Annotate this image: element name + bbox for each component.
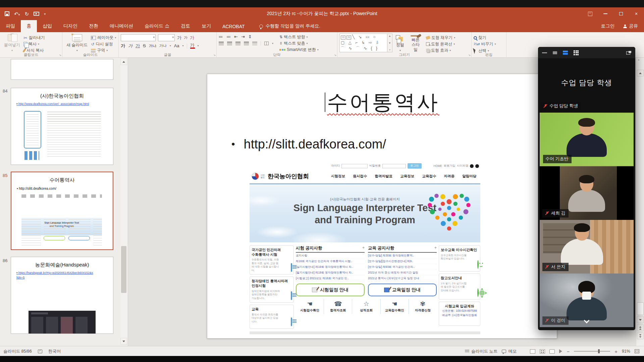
ribbon-display-options-button[interactable]: ⌃ bbox=[582, 7, 598, 20]
text-direction-button[interactable]: ⇅텍스트 방향▾ bbox=[279, 34, 319, 40]
thumbnail-scroll-up[interactable] bbox=[120, 58, 127, 65]
underline-icon[interactable]: 가 bbox=[136, 44, 140, 48]
change-case-icon[interactable]: Aa bbox=[174, 44, 179, 48]
shape-outline-button[interactable]: 도형 윤곽선▾ bbox=[426, 41, 455, 47]
normal-view-button[interactable] bbox=[530, 349, 535, 354]
font-dialog-launcher[interactable]: ⇘ bbox=[213, 54, 216, 57]
horizontal-textbox-icon[interactable]: 가 bbox=[341, 36, 345, 40]
language-indicator[interactable]: 한국어 bbox=[48, 349, 61, 354]
notes-toggle[interactable]: 슬라이드 노트 bbox=[465, 349, 497, 354]
thumbnail-scrollbar[interactable] bbox=[120, 58, 127, 345]
replace-button[interactable]: 가⇄바꾸기▾ bbox=[474, 41, 496, 47]
font-name-combo[interactable] bbox=[121, 34, 156, 41]
thumbnail-partial[interactable] bbox=[11, 59, 113, 80]
bold-icon[interactable]: 가 bbox=[121, 44, 125, 48]
tell-me-box[interactable]: 수행할 작업을 알려 주세요. bbox=[259, 23, 321, 32]
align-text-button[interactable]: ⇳텍스트 맞춤▾ bbox=[279, 41, 319, 46]
zoom-slider-thumb[interactable] bbox=[598, 349, 600, 353]
tab-design[interactable]: 디자인 bbox=[58, 20, 83, 32]
drawing-dialog-launcher[interactable]: ⇘ bbox=[468, 54, 471, 57]
tab-slideshow[interactable]: 슬라이드 쇼 bbox=[139, 20, 175, 32]
customize-qat-icon[interactable]: ▾ bbox=[44, 12, 46, 16]
vertical-textbox-icon[interactable]: 가 bbox=[346, 36, 351, 40]
slide-bullet-url[interactable]: http://slitt.deafkorea.com/ bbox=[231, 137, 386, 152]
scroll-up-button[interactable] bbox=[637, 70, 644, 76]
shape-fill-button[interactable]: 도형 채우기▾ bbox=[426, 35, 455, 41]
zoom-in-button[interactable]: + bbox=[614, 349, 618, 354]
bullets-icon[interactable]: ≔ bbox=[219, 35, 223, 39]
layout-button[interactable]: 레이아웃▾ bbox=[91, 35, 116, 41]
start-slideshow-icon[interactable] bbox=[34, 12, 39, 16]
align-center-icon[interactable] bbox=[227, 42, 232, 45]
popout-layout-icon[interactable] bbox=[626, 51, 631, 55]
shapes-gallery-scrollbar[interactable]: ▲▼▿ bbox=[387, 34, 392, 52]
undo-icon[interactable]: ↶▾ bbox=[14, 11, 20, 16]
quick-styles-button[interactable]: 빠른 스타일 bbox=[408, 34, 423, 53]
next-slide-button[interactable] bbox=[637, 333, 644, 339]
copy-button[interactable]: 복사▾ bbox=[23, 41, 45, 47]
video-tile-2[interactable]: 세희 김 bbox=[540, 166, 634, 220]
gallery-view-icon[interactable] bbox=[574, 50, 579, 55]
decrease-indent-icon[interactable]: ⇤ bbox=[234, 35, 238, 39]
slide-editor[interactable]: 수어통역사 http://slitt.deafkorea.com/ 아이디 비밀… bbox=[207, 74, 557, 339]
strikethrough-icon[interactable]: S bbox=[143, 44, 146, 48]
video-restore-icon[interactable] bbox=[553, 51, 557, 54]
collapse-ribbon-icon[interactable]: ⌃ bbox=[637, 59, 640, 63]
numbering-icon[interactable]: ≕ bbox=[226, 35, 231, 39]
clipboard-dialog-launcher[interactable]: ⇘ bbox=[59, 54, 61, 57]
line-spacing-icon[interactable]: ⇕ bbox=[248, 35, 252, 39]
video-conference-window[interactable]: 수업 담당 학생 수업 담당 학생 수어 기초반 세희 김 bbox=[538, 47, 635, 330]
previous-slide-button[interactable] bbox=[637, 324, 644, 331]
main-scrollbar[interactable]: ⌃ bbox=[636, 58, 644, 346]
collapse-tiles-chevron[interactable] bbox=[581, 318, 593, 325]
comments-toggle[interactable]: 메모 bbox=[502, 349, 517, 354]
scroll-thumb[interactable] bbox=[637, 302, 644, 315]
convert-smartart-button[interactable]: SmartArt로 변환▾ bbox=[279, 47, 319, 53]
paragraph-dialog-launcher[interactable]: ⇘ bbox=[334, 54, 336, 57]
speaker-view-icon[interactable] bbox=[563, 51, 568, 55]
video-tile-4[interactable]: 이 경미 bbox=[540, 274, 634, 327]
slideshow-view-button[interactable] bbox=[559, 349, 562, 353]
share-button[interactable]: 공유 bbox=[623, 23, 638, 29]
slide-title[interactable]: 수어통역사 bbox=[327, 90, 439, 114]
thumbnail-slide-86[interactable]: 농문화예술(Handspeak) https://handspeak.kr/#!… bbox=[11, 257, 113, 334]
thumbnail-slide-85[interactable]: 수어통역사 http://slitt.deafkorea.com/ Sign L… bbox=[11, 172, 113, 250]
paste-button[interactable]: 붙여넣기 ▾ bbox=[2, 34, 22, 53]
maximize-button[interactable] bbox=[613, 7, 629, 20]
new-slide-button[interactable]: 새 슬라이드 ▾ bbox=[64, 34, 90, 53]
font-color-icon[interactable]: 가 bbox=[190, 43, 195, 49]
align-left-icon[interactable] bbox=[219, 42, 224, 45]
character-spacing-icon[interactable]: 가나 bbox=[159, 44, 167, 48]
minimize-button[interactable] bbox=[598, 7, 613, 20]
cut-button[interactable]: ✂잘라내기 bbox=[23, 35, 45, 41]
tab-file[interactable]: 파일 bbox=[0, 20, 21, 32]
columns-icon[interactable] bbox=[264, 42, 269, 45]
tab-animations[interactable]: 애니메이션 bbox=[104, 20, 139, 32]
tab-insert[interactable]: 삽입 bbox=[37, 20, 58, 32]
video-minimize-icon[interactable] bbox=[542, 52, 547, 53]
video-tile-1[interactable]: 수어 기초반 bbox=[540, 113, 634, 166]
shapes-gallery[interactable]: 가가╲ ↘ ▭ ○ ▢ △ ⌐ ↳ ⇨ ⇩ ⌒ ∿ ⌒ ∿ { } ▲▼▿ bbox=[339, 34, 392, 52]
scroll-down-button[interactable] bbox=[637, 316, 644, 323]
arrange-button[interactable]: 정렬 ▾ bbox=[394, 34, 407, 53]
login-button[interactable]: 로그인 bbox=[601, 23, 615, 29]
redo-icon[interactable]: ↻ bbox=[25, 11, 29, 16]
fit-to-window-icon[interactable] bbox=[635, 349, 639, 353]
slide-sorter-view-button[interactable] bbox=[540, 349, 545, 354]
zoom-out-button[interactable]: − bbox=[567, 349, 570, 354]
find-button[interactable]: 찾기 bbox=[474, 35, 496, 41]
font-size-combo[interactable] bbox=[158, 34, 175, 41]
close-button[interactable]: × bbox=[629, 7, 644, 20]
thumbnail-scroll-down[interactable] bbox=[120, 338, 127, 345]
distribute-icon[interactable] bbox=[252, 42, 257, 45]
thumbnail-slide-84[interactable]: (사)한국농아인협회 http://www.deafkorea.com/ver/… bbox=[11, 88, 113, 165]
tab-review[interactable]: 검토 bbox=[175, 20, 196, 32]
justify-icon[interactable] bbox=[244, 42, 249, 45]
increase-indent-icon[interactable]: ⇥ bbox=[241, 35, 245, 39]
clear-formatting-icon[interactable]: 가 bbox=[190, 36, 194, 40]
reset-button[interactable]: ↺다시 설정 bbox=[91, 41, 116, 47]
zoom-slider[interactable] bbox=[574, 351, 610, 352]
italic-icon[interactable]: 가 bbox=[128, 44, 132, 48]
video-tile-3[interactable]: 서 은지 bbox=[540, 220, 634, 274]
spellcheck-icon[interactable] bbox=[38, 350, 42, 353]
